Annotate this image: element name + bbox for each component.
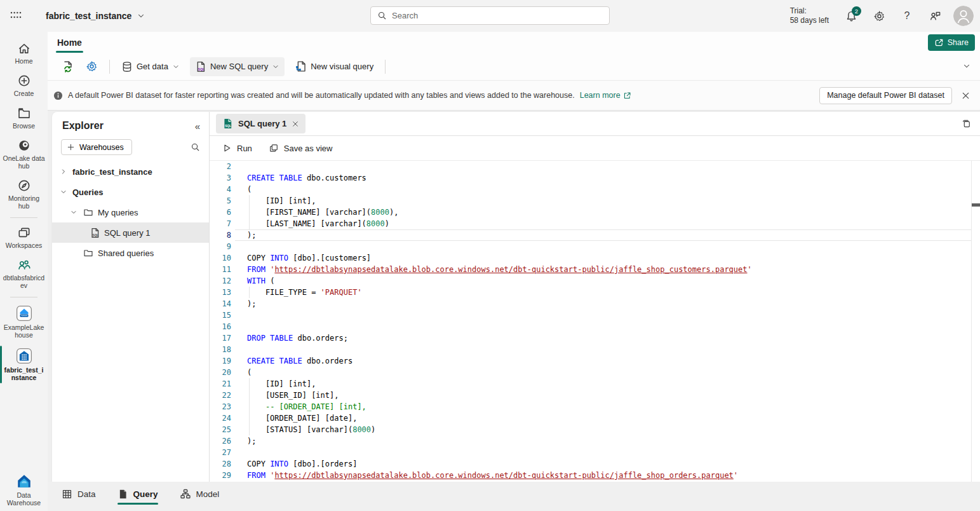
view-tab-query[interactable]: Query <box>117 489 158 505</box>
code-line-15[interactable]: 15 <box>210 310 980 321</box>
app-launcher-button[interactable] <box>0 0 32 32</box>
add-warehouses-button[interactable]: Warehouses <box>61 139 132 155</box>
svg-text:SQL: SQL <box>198 67 205 71</box>
code-line-26[interactable]: 26); <box>210 435 980 447</box>
code-line-3[interactable]: 3CREATE TABLE dbo.customers <box>210 172 980 184</box>
query-tab[interactable]: SQL SQL query 1 <box>216 114 305 133</box>
code-line-29[interactable]: 29FROM 'https://dbtlabsynapsedatalake.bl… <box>210 470 980 481</box>
workspace-switcher[interactable]: fabric_test_instance <box>46 11 145 21</box>
code-text: FROM 'https://dbtlabsynapsedatalake.blob… <box>231 264 752 275</box>
rail-item-browse[interactable]: Browse <box>0 102 48 134</box>
view-tab-model[interactable]: Model <box>180 488 220 505</box>
sql-code-editor[interactable]: 23CREATE TABLE dbo.customers4(5 [ID] [in… <box>210 161 980 482</box>
share-button[interactable]: Share <box>928 34 975 51</box>
ribbon-tab-home[interactable]: Home <box>57 37 82 53</box>
model-icon <box>180 488 191 500</box>
code-line-13[interactable]: 13 FILE_TYPE = 'PARQUET' <box>210 287 980 298</box>
code-line-22[interactable]: 22 [USER_ID] [int], <box>210 390 980 401</box>
get-data-button[interactable]: Get data <box>116 57 185 76</box>
tree-item-shared-queries[interactable]: Shared queries <box>52 243 209 263</box>
chevron-down-icon[interactable] <box>58 188 69 196</box>
manage-dataset-button[interactable]: Manage default Power BI dataset <box>819 87 952 104</box>
code-line-23[interactable]: 23 -- [ORDER_DATE] [int], <box>210 401 980 412</box>
tree-item-my-queries[interactable]: My queries <box>52 202 209 222</box>
tree-item-fabric-test-instance[interactable]: fabric_test_instance <box>52 161 209 182</box>
create-icon <box>17 74 31 88</box>
code-line-18[interactable]: 18 <box>210 344 980 355</box>
account-avatar[interactable] <box>953 6 974 26</box>
toolbar-expand-button[interactable] <box>962 62 971 71</box>
document-refresh-icon <box>62 60 74 73</box>
code-line-25[interactable]: 25 [STATUS] [varchar](8000) <box>210 424 980 435</box>
code-line-9[interactable]: 9 <box>210 241 980 252</box>
share-icon <box>934 38 944 48</box>
banner-close-button[interactable] <box>957 87 974 104</box>
home-icon <box>17 41 31 55</box>
code-line-27[interactable]: 27 <box>210 447 980 458</box>
code-line-8[interactable]: 8); <box>210 229 980 241</box>
tree-item-sql-query-1[interactable]: SQLSQL query 1 <box>52 222 209 243</box>
new-visual-query-button[interactable]: New visual query <box>290 57 379 76</box>
code-line-7[interactable]: 7 [LAST_NAME] [varchar](8000) <box>210 218 980 229</box>
code-line-19[interactable]: 19CREATE TABLE dbo.orders <box>210 355 980 367</box>
code-line-5[interactable]: 5 [ID] [int], <box>210 195 980 207</box>
refresh-button[interactable] <box>57 57 79 77</box>
copy-icon[interactable] <box>961 119 971 129</box>
new-sql-query-button[interactable]: SQL New SQL query <box>190 57 285 76</box>
global-search[interactable] <box>370 6 610 25</box>
code-line-21[interactable]: 21 [ID] [int], <box>210 378 980 390</box>
rail-item-fabric-test-instance[interactable]: fabric_test_instance <box>0 343 48 386</box>
search-input[interactable] <box>392 11 603 20</box>
view-tab-data[interactable]: Data <box>62 489 96 505</box>
editor-scrollbar[interactable] <box>971 161 980 482</box>
query-tabstrip: SQL SQL query 1 <box>210 112 980 136</box>
code-line-11[interactable]: 11FROM 'https://dbtlabsynapsedatalake.bl… <box>210 264 980 275</box>
rail-item-onelake-data-hub[interactable]: OneLake data hub <box>0 134 48 174</box>
notifications-button[interactable]: 2 <box>839 4 863 28</box>
code-line-16[interactable]: 16 <box>210 321 980 332</box>
rail-item-home[interactable]: Home <box>0 37 48 69</box>
run-button[interactable]: Run <box>222 143 252 153</box>
code-line-6[interactable]: 6 [FIRST_NAME] [varchar](8000), <box>210 207 980 218</box>
rail-item-monitoring-hub[interactable]: Monitoring hub <box>0 174 48 214</box>
tree-item-queries[interactable]: Queries <box>52 182 209 202</box>
search-icon <box>377 11 387 20</box>
learn-more-link[interactable]: Learn more <box>580 91 631 100</box>
feedback-button[interactable] <box>923 4 947 28</box>
save-as-view-button[interactable]: Save as view <box>269 143 333 153</box>
line-number: 20 <box>210 367 231 378</box>
active-tab-underline <box>117 503 158 505</box>
code-line-17[interactable]: 17DROP TABLE dbo.orders; <box>210 332 980 344</box>
rail-item-create[interactable]: Create <box>0 69 48 102</box>
code-line-2[interactable]: 2 <box>210 161 980 172</box>
settings-button[interactable] <box>867 4 891 28</box>
close-tab-icon[interactable] <box>292 120 299 128</box>
rail-item-examplelakehouse[interactable]: ExampleLakehouse <box>0 301 48 343</box>
code-line-14[interactable]: 14); <box>210 298 980 310</box>
code-line-28[interactable]: 28COPY INTO [dbo].[orders] <box>210 458 980 470</box>
warehouse-settings-button[interactable] <box>81 57 103 76</box>
line-number: 12 <box>210 275 231 287</box>
collapse-panel-button[interactable]: « <box>195 121 200 132</box>
code-text: [ORDER_DATE] [date], <box>231 412 357 424</box>
explorer-search-button[interactable] <box>191 142 200 152</box>
code-text: ( <box>231 367 252 378</box>
code-text: [STATUS] [varchar](8000) <box>231 424 375 435</box>
help-button[interactable]: ? <box>895 4 919 28</box>
code-text <box>231 321 247 332</box>
rail-item-workspaces[interactable]: Workspaces <box>0 221 48 254</box>
code-line-24[interactable]: 24 [ORDER_DATE] [date], <box>210 412 980 424</box>
tree-item-label: fabric_test_instance <box>72 167 152 177</box>
chevron-right-icon[interactable] <box>58 168 69 175</box>
content-card: Explorer « Warehouses fabric_test_instan… <box>52 112 980 482</box>
rail-item-dbtlabsfabricdev[interactable]: dbtlabsfabricdev <box>0 254 48 294</box>
workspace-backdrop: Explorer « Warehouses fabric_test_instan… <box>48 111 980 511</box>
chevron-down-icon[interactable] <box>69 208 79 216</box>
grid-icon <box>62 489 72 500</box>
code-line-20[interactable]: 20( <box>210 367 980 378</box>
code-line-12[interactable]: 12WITH ( <box>210 275 980 287</box>
code-text: ( <box>231 184 252 195</box>
code-line-4[interactable]: 4( <box>210 184 980 195</box>
code-line-10[interactable]: 10COPY INTO [dbo].[customers] <box>210 252 980 264</box>
rail-item-data-warehouse[interactable]: Data Warehouse <box>0 468 48 511</box>
